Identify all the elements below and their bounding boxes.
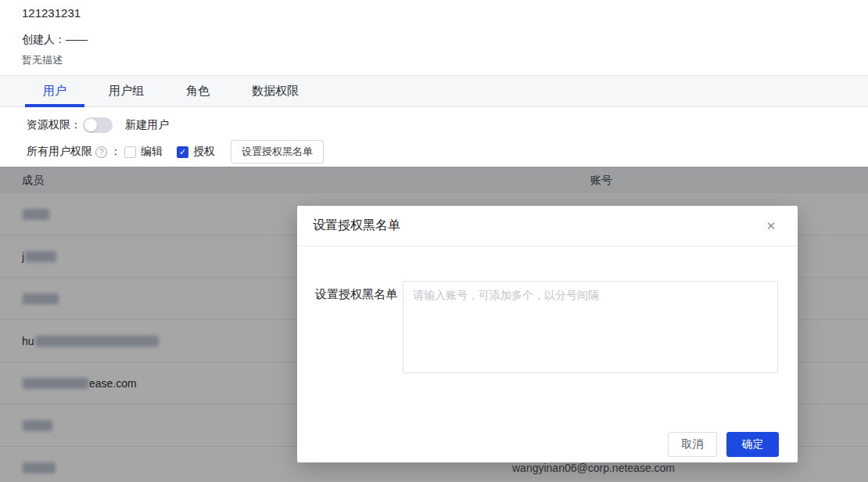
checkbox-edit-box — [124, 146, 136, 158]
tab-user-groups[interactable]: 用户组 — [88, 76, 165, 106]
dialog-footer: 取消 确定 — [668, 432, 779, 457]
set-blacklist-button[interactable]: 设置授权黑名单 — [231, 140, 324, 164]
new-user-label[interactable]: 新建用户 — [125, 118, 169, 132]
cancel-button[interactable]: 取消 — [668, 432, 717, 457]
permission-checkbox-group: 编辑 ✓ 授权 — [124, 145, 229, 159]
set-blacklist-dialog: 设置授权黑名单 ✕ 设置授权黑名单 取消 确定 — [297, 206, 798, 462]
blacklist-field-label: 设置授权黑名单 — [315, 281, 403, 376]
permission-page: 121231231 创建人：—— 暂无描述 用户 用户组 角色 数据权限 资源权… — [0, 0, 868, 482]
all-user-permission-row: 所有用户权限 ? ： 编辑 ✓ 授权 设置授权黑名单 — [27, 140, 324, 164]
dialog-body: 设置授权黑名单 — [297, 246, 798, 376]
checkbox-authorize-box: ✓ — [177, 146, 188, 158]
toolbar: 资源权限： 新建用户 所有用户权限 ? ： 编辑 ✓ 授权 设置授权黑名单 — [0, 107, 868, 167]
resource-permission-toggle[interactable] — [83, 117, 113, 133]
page-title: 121231231 — [22, 6, 81, 20]
checkbox-authorize[interactable]: ✓ 授权 — [177, 145, 215, 159]
description-label: 暂无描述 — [22, 53, 63, 67]
help-icon[interactable]: ? — [95, 146, 107, 158]
dialog-title: 设置授权黑名单 — [313, 218, 400, 234]
page-header: 121231231 创建人：—— 暂无描述 — [0, 0, 868, 75]
checkbox-edit-label: 编辑 — [141, 145, 163, 159]
tab-bar: 用户 用户组 角色 数据权限 — [0, 75, 868, 107]
resource-permission-label: 资源权限： — [27, 118, 81, 132]
tab-roles[interactable]: 角色 — [165, 76, 231, 106]
creator-label: 创建人：—— — [22, 33, 88, 47]
dialog-header: 设置授权黑名单 ✕ — [297, 206, 798, 246]
confirm-button[interactable]: 确定 — [726, 432, 779, 457]
tab-users[interactable]: 用户 — [22, 76, 88, 106]
resource-permission-row: 资源权限： 新建用户 — [27, 115, 169, 135]
checkbox-authorize-label: 授权 — [193, 145, 215, 159]
checkbox-edit[interactable]: 编辑 — [124, 145, 163, 159]
all-user-permission-label: 所有用户权限 — [27, 145, 92, 159]
blacklist-field — [403, 281, 778, 376]
colon-text: ： — [110, 145, 121, 159]
toggle-knob — [84, 119, 97, 131]
blacklist-input[interactable] — [403, 281, 778, 373]
close-icon[interactable]: ✕ — [763, 218, 779, 234]
tab-data-permissions[interactable]: 数据权限 — [231, 76, 320, 106]
